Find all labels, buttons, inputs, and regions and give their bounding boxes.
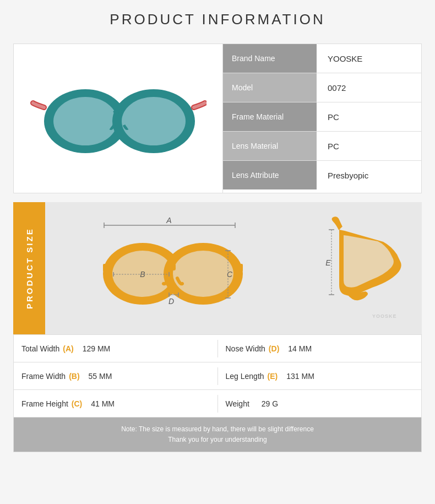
spec-label-frame-material: Frame Material — [223, 102, 317, 131]
spec-row-brand: Brand Name YOOSKE — [223, 44, 421, 73]
measurements-row-1: Total Width (A) 129 MM Nose Width (D) 14… — [14, 335, 421, 362]
total-width-label: Total Width — [21, 344, 59, 353]
spec-label-brand: Brand Name — [223, 44, 317, 73]
spec-value-lens-material: PC — [317, 132, 421, 160]
svg-text:E: E — [325, 258, 331, 267]
measurements-section: Total Width (A) 129 MM Nose Width (D) 14… — [13, 334, 422, 452]
meas-cell-frame-width: Frame Width (B) 55 MM — [14, 367, 218, 385]
meas-cell-weight: Weight 29 G — [218, 395, 422, 413]
front-diagram: A — [51, 213, 290, 323]
product-image — [30, 63, 206, 174]
note-row: Note: The size is measured by hand, ther… — [14, 418, 421, 452]
spec-label-model: Model — [223, 73, 317, 102]
side-diagram: E YOOSKE — [295, 213, 416, 323]
spec-row-frame-material: Frame Material PC — [223, 102, 421, 132]
nose-width-letter: (D) — [269, 344, 279, 353]
svg-rect-12 — [170, 264, 176, 270]
specs-table: Brand Name YOOSKE Model 0072 Frame Mater… — [223, 44, 421, 193]
spec-value-lens-attribute: Presbyopic — [317, 161, 421, 189]
frame-height-value: 41 MM — [91, 399, 115, 408]
spec-value-model: 0072 — [317, 73, 421, 102]
size-diagrams: A — [45, 202, 422, 334]
svg-rect-14 — [240, 264, 243, 272]
frame-height-letter: (C) — [72, 399, 82, 408]
leg-length-value: 131 MM — [286, 372, 314, 381]
weight-value: 29 G — [262, 399, 278, 408]
spec-row-lens-material: Lens Material PC — [223, 132, 421, 161]
note-line1: Note: The size is measured by hand, ther… — [25, 424, 410, 435]
size-section: PRODUCT SIZE A — [13, 202, 422, 334]
note-line2: Thank you for your understanding — [25, 435, 410, 445]
frame-width-letter: (B) — [69, 372, 79, 381]
frame-height-label: Frame Height — [21, 399, 68, 408]
meas-cell-nose-width: Nose Width (D) 14 MM — [218, 340, 422, 357]
spec-label-lens-attribute: Lens Attribute — [223, 161, 317, 189]
total-width-letter: (A) — [63, 344, 73, 353]
spec-row-lens-attribute: Lens Attribute Presbyopic — [223, 161, 421, 189]
nose-width-label: Nose Width — [226, 344, 265, 353]
svg-point-3 — [122, 97, 186, 145]
svg-point-1 — [53, 97, 117, 145]
svg-point-11 — [173, 251, 233, 297]
meas-cell-frame-height: Frame Height (C) 41 MM — [14, 395, 218, 413]
meas-cell-leg-length: Leg Length (E) 131 MM — [218, 367, 422, 385]
meas-cell-total-width: Total Width (A) 129 MM — [14, 340, 218, 357]
weight-label: Weight — [226, 399, 249, 408]
spec-label-lens-material: Lens Material — [223, 132, 317, 160]
leg-length-label: Leg Length — [226, 372, 264, 381]
total-width-value: 129 MM — [83, 344, 111, 353]
spec-value-brand: YOOSKE — [317, 44, 421, 73]
page-title: PRODUCT INFORMATION — [13, 11, 422, 34]
measurements-row-3: Frame Height (C) 41 MM Weight 29 G — [14, 390, 421, 418]
svg-rect-13 — [103, 264, 106, 272]
measurements-row-2: Frame Width (B) 55 MM Leg Length (E) 131… — [14, 362, 421, 390]
nose-width-value: 14 MM — [288, 344, 312, 353]
frame-width-label: Frame Width — [21, 372, 66, 381]
svg-text:YOOSKE: YOOSKE — [372, 313, 397, 319]
product-size-label: PRODUCT SIZE — [13, 202, 45, 334]
spec-row-model: Model 0072 — [223, 73, 421, 102]
leg-length-letter: (E) — [268, 372, 278, 381]
product-image-box — [14, 44, 223, 193]
svg-text:D: D — [168, 297, 174, 306]
svg-text:A: A — [166, 216, 171, 225]
frame-width-value: 55 MM — [89, 372, 112, 381]
spec-value-frame-material: PC — [317, 102, 421, 131]
